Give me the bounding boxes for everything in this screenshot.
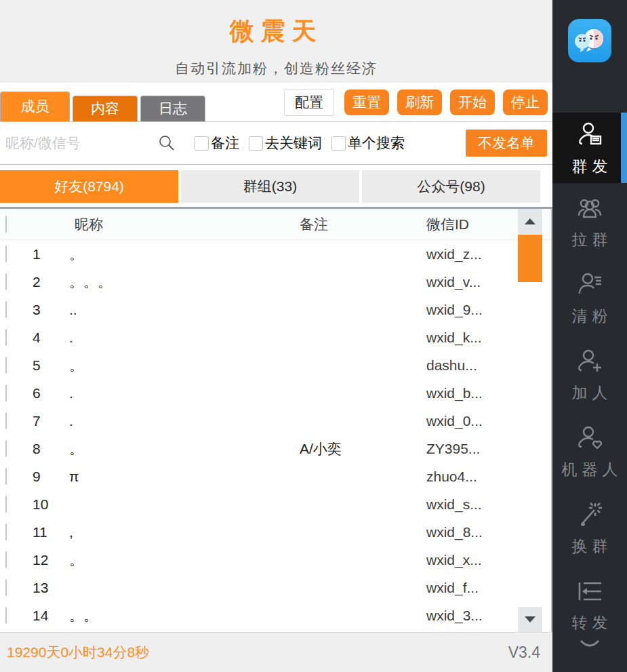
table-row[interactable]: 1 。 wxid_z... — [0, 240, 551, 268]
exclude-keyword-filter: 去关键词 — [249, 134, 322, 153]
row-checkbox[interactable] — [5, 607, 7, 624]
row-number: 13 — [26, 580, 69, 596]
row-checkbox[interactable] — [5, 301, 7, 318]
table-row[interactable]: 4 . wxid_k... — [0, 323, 551, 351]
segment-friends[interactable]: 好友(8794) — [0, 170, 178, 203]
reset-button[interactable]: 重置 — [344, 90, 389, 115]
select-all-checkbox[interactable] — [5, 216, 7, 233]
table-body: 1 。 wxid_z... 2 。。。 wxid_v... 3 .. — [0, 240, 551, 629]
tab-log[interactable]: 日志 — [140, 96, 205, 121]
row-checkbox[interactable] — [5, 273, 7, 290]
runtime-counter: 19290天0小时34分8秒 — [7, 643, 149, 662]
sidebar-item-add-person[interactable]: 加人 — [552, 336, 627, 413]
table-row[interactable]: 8 。 A/小奕 ZY395... — [0, 435, 551, 462]
row-checkbox[interactable] — [5, 384, 7, 401]
table-row[interactable]: 2 。。。 wxid_v... — [0, 268, 551, 296]
page-subtitle: 自动引流加粉，创造粉丝经济 — [0, 59, 552, 78]
no-send-list-button[interactable]: 不发名单 — [466, 130, 547, 157]
friends-table: 昵称 备注 微信ID 1 。 wxid_z... 2 。。。 — [0, 207, 552, 632]
row-number: 12 — [26, 552, 69, 568]
sidebar-item-pull-group[interactable]: 拉群 — [552, 183, 627, 260]
row-number: 11 — [26, 524, 69, 540]
sidebar-item-forward[interactable]: 转发 — [552, 566, 627, 643]
single-search-checkbox-label: 单个搜索 — [348, 134, 405, 153]
mass-send-icon — [574, 119, 605, 151]
sidebar-item-label: 清粉 — [572, 306, 613, 327]
sidebar-item-label: 换群 — [572, 536, 613, 557]
row-checkbox[interactable] — [5, 412, 7, 429]
sidebar-item-mass-send[interactable]: 群发 — [552, 113, 627, 183]
row-checkbox[interactable] — [5, 579, 7, 596]
row-checkbox[interactable] — [5, 329, 7, 346]
row-checkbox[interactable] — [5, 245, 7, 262]
table-row[interactable]: 9 π zhuo4... — [0, 462, 551, 490]
row-number: 3 — [26, 302, 69, 318]
table-row[interactable]: 10 wxid_s... — [0, 490, 551, 518]
start-button[interactable]: 开始 — [450, 90, 495, 115]
exclude-keyword-checkbox[interactable] — [249, 136, 263, 151]
tab-members[interactable]: 成员 — [0, 92, 70, 121]
row-checkbox[interactable] — [5, 440, 7, 457]
single-search-filter: 单个搜索 — [331, 134, 405, 153]
segment-official-accounts[interactable]: 公众号(98) — [362, 170, 540, 203]
table-row[interactable]: 7 . wxid_0... — [0, 407, 551, 435]
stop-button[interactable]: 停止 — [503, 90, 548, 115]
remark-checkbox[interactable] — [195, 136, 209, 151]
row-number: 6 — [26, 385, 69, 401]
pull-group-icon — [574, 193, 605, 224]
row-number: 5 — [26, 357, 69, 374]
row-checkbox[interactable] — [5, 468, 7, 485]
sidebar-item-robot[interactable]: 机器人 — [552, 413, 627, 490]
table-header: 昵称 备注 微信ID — [0, 209, 551, 240]
sidebar-item-label: 群发 — [572, 156, 613, 177]
row-checkbox[interactable] — [5, 496, 7, 513]
page-title: 微震天 — [0, 15, 552, 48]
row-checkbox[interactable] — [5, 357, 7, 374]
row-number: 9 — [26, 469, 69, 485]
table-row[interactable]: 14 。。 wxid_3... — [0, 601, 551, 629]
row-nickname: . — [69, 385, 300, 401]
row-number: 8 — [26, 441, 69, 457]
app-logo-icon — [568, 19, 611, 62]
segment-groups[interactable]: 群组(33) — [181, 170, 359, 203]
sidebar-item-change-group[interactable]: 换群 — [552, 490, 627, 566]
single-search-checkbox[interactable] — [331, 136, 346, 151]
config-button[interactable]: 配置 — [284, 89, 334, 116]
row-nickname: . — [69, 413, 300, 429]
row-checkbox[interactable] — [5, 523, 7, 540]
table-row[interactable]: 11 , wxid_8... — [0, 518, 551, 546]
row-number: 1 — [26, 246, 69, 262]
table-row[interactable]: 6 . wxid_b... — [0, 379, 551, 407]
list-type-segments: 好友(8794) 群组(33) 公众号(98) — [0, 165, 552, 207]
search-bar: 备注 去关键词 单个搜索 不发名单 — [0, 122, 552, 165]
vertical-scrollbar — [518, 209, 542, 632]
tab-content[interactable]: 内容 — [73, 96, 138, 121]
table-row[interactable]: 5 。 dashu... — [0, 351, 551, 379]
table-row[interactable]: 12 。 wxid_x... — [0, 546, 551, 574]
nickname-column-header: 昵称 — [69, 215, 300, 234]
main-panel: 微震天 自动引流加粉，创造粉丝经济 成员 内容 日志 配置 重置 刷新 开始 停… — [0, 0, 552, 672]
table-row[interactable]: 13 wxid_f... — [0, 574, 551, 601]
sidebar-item-label: 加人 — [572, 382, 613, 403]
forward-icon — [574, 576, 605, 607]
search-input[interactable] — [5, 135, 158, 151]
table-row[interactable]: 3 .. wxid_9... — [0, 296, 551, 323]
row-nickname: .. — [69, 302, 300, 318]
status-bar: 19290天0小时34分8秒 V3.4 — [0, 632, 552, 672]
clean-fans-icon — [574, 269, 605, 300]
row-nickname: 。。 — [69, 606, 300, 625]
search-icon[interactable] — [158, 134, 176, 152]
refresh-button[interactable]: 刷新 — [397, 90, 442, 115]
remark-checkbox-label: 备注 — [211, 134, 239, 153]
tabs: 成员 内容 日志 — [0, 92, 205, 121]
tool-sidebar: 群发 拉群 清粉 — [552, 0, 627, 672]
scroll-up-button[interactable] — [518, 209, 542, 234]
row-checkbox[interactable] — [5, 551, 7, 568]
scroll-down-button[interactable] — [518, 607, 542, 632]
app-header: 微震天 自动引流加粉，创造粉丝经济 — [0, 0, 552, 83]
scrollbar-thumb[interactable] — [518, 235, 542, 282]
row-number: 2 — [26, 274, 69, 290]
sidebar-item-label: 转发 — [572, 612, 613, 633]
sidebar-item-label: 机器人 — [562, 459, 623, 480]
sidebar-item-clean-fans[interactable]: 清粉 — [552, 260, 627, 336]
